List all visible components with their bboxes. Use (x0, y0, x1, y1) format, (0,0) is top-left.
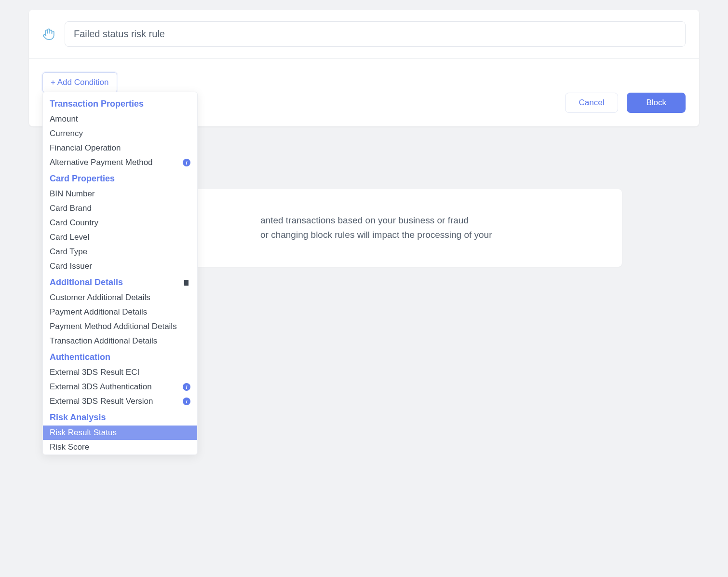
rule-editor-card: + Add Condition Cancel Block Transaction… (29, 10, 699, 126)
block-button[interactable]: Block (627, 93, 686, 113)
action-buttons: Cancel Block (565, 73, 686, 113)
dropdown-item-currency[interactable]: Currency (43, 126, 197, 141)
book-icon[interactable] (183, 279, 190, 287)
dropdown-item-risk-score[interactable]: Risk Score (43, 440, 197, 454)
dropdown-item-payment-method-additional-details[interactable]: Payment Method Additional Details (43, 319, 197, 334)
dropdown-item-card-country[interactable]: Card Country (43, 216, 197, 230)
dropdown-item-card-level[interactable]: Card Level (43, 230, 197, 245)
condition-dropdown: Transaction Properties Amount Currency F… (42, 92, 198, 455)
info-icon[interactable]: i (183, 383, 190, 391)
dropdown-item-card-type[interactable]: Card Type (43, 245, 197, 259)
section-title-label: Card Properties (50, 174, 115, 184)
section-authentication: Authentication (43, 348, 197, 365)
add-condition-button[interactable]: + Add Condition (42, 72, 117, 93)
dropdown-item-financial-operation[interactable]: Financial Operation (43, 141, 197, 155)
dropdown-item-external-3ds-result-eci[interactable]: External 3DS Result ECI (43, 365, 197, 380)
dropdown-item-amount[interactable]: Amount (43, 112, 197, 126)
section-title-label: Authentication (50, 352, 110, 362)
cancel-button[interactable]: Cancel (565, 93, 619, 113)
dropdown-item-external-3ds-result-version[interactable]: External 3DS Result Version i (43, 394, 197, 409)
dropdown-item-card-issuer[interactable]: Card Issuer (43, 259, 197, 274)
info-icon[interactable]: i (183, 398, 190, 405)
rule-name-input[interactable] (65, 21, 686, 47)
section-card-properties: Card Properties (43, 170, 197, 187)
section-title-label: Transaction Properties (50, 99, 144, 109)
header-row (29, 10, 699, 59)
dropdown-item-bin-number[interactable]: BIN Number (43, 187, 197, 201)
info-text-line-1: anted transactions based on your busines… (260, 215, 469, 225)
section-transaction-properties: Transaction Properties (43, 95, 197, 112)
dropdown-item-risk-result-status[interactable]: Risk Result Status (43, 426, 197, 440)
dropdown-item-payment-additional-details[interactable]: Payment Additional Details (43, 305, 197, 319)
dropdown-item-external-3ds-authentication[interactable]: External 3DS Authentication i (43, 380, 197, 394)
info-icon[interactable]: i (183, 159, 190, 166)
section-title-label: Additional Details (50, 277, 123, 288)
section-risk-analysis: Risk Analysis (43, 409, 197, 426)
hand-icon (42, 28, 55, 41)
dropdown-item-transaction-additional-details[interactable]: Transaction Additional Details (43, 334, 197, 348)
dropdown-item-alternative-payment-method[interactable]: Alternative Payment Method i (43, 155, 197, 170)
dropdown-item-customer-additional-details[interactable]: Customer Additional Details (43, 290, 197, 305)
info-text-line-2: or changing block rules will impact the … (260, 230, 492, 240)
section-additional-details: Additional Details (43, 274, 197, 290)
dropdown-item-card-brand[interactable]: Card Brand (43, 201, 197, 216)
section-title-label: Risk Analysis (50, 412, 106, 423)
